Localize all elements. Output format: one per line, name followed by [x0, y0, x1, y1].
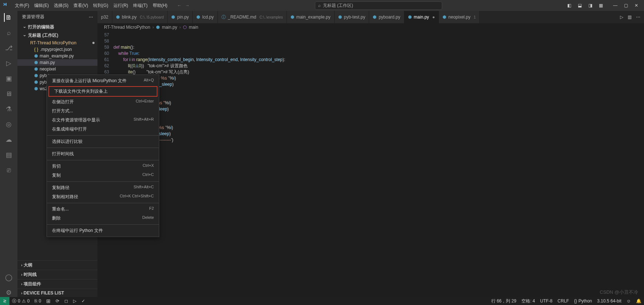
menu-help[interactable]: 帮助(H)	[150, 1, 170, 10]
context-menu-item[interactable]: 下载该文件/文件夹到设备上	[48, 86, 157, 97]
run-file-icon[interactable]: ▷	[620, 15, 623, 20]
editor-tab[interactable]: ⬢blink.pyC:\..\5.pyboard	[112, 11, 168, 23]
status-no-device[interactable]: ⊞	[44, 298, 53, 304]
nav-back-icon[interactable]: ←	[177, 3, 181, 8]
layout-left-icon[interactable]: ◧	[567, 3, 571, 8]
outline-section[interactable]: › 大纲	[17, 260, 97, 270]
layout-custom-icon[interactable]: ▦	[599, 3, 603, 8]
context-menu-item[interactable]: 打开方式...	[47, 107, 159, 116]
menu-go[interactable]: 转到(G)	[91, 1, 111, 10]
crumb-folder[interactable]: RT-Thread MicroPython	[104, 25, 150, 30]
menu-view[interactable]: 查看(V)	[71, 1, 91, 10]
editor-tab[interactable]: p32	[97, 11, 112, 23]
status-sync[interactable]: ⟳	[53, 298, 62, 304]
context-menu-item[interactable]: 直接在设备上运行该 MicroPython 文件Alt+Q	[47, 76, 159, 85]
status-stop[interactable]: ◻	[62, 298, 71, 304]
context-menu-item[interactable]: 剪切Ctrl+X	[47, 162, 159, 171]
file-row[interactable]: ⬢main.py	[17, 59, 97, 66]
status-eol[interactable]: CRLF	[555, 298, 571, 304]
notes-icon[interactable]: ▤	[4, 151, 13, 159]
run-debug-icon[interactable]: ▷	[4, 59, 13, 68]
accounts-icon[interactable]: ◯	[4, 273, 13, 282]
status-run[interactable]: ▷	[71, 298, 79, 304]
menu-edit[interactable]: 编辑(E)	[32, 1, 51, 10]
code-editor[interactable]: 5758596061626364656667686970717273747576…	[97, 31, 644, 297]
context-menu-item[interactable]: 在集成终端中打开	[47, 125, 159, 134]
explorer-icon[interactable]: 🗎	[4, 13, 13, 22]
status-bell-icon[interactable]: 🔔	[633, 298, 644, 304]
layout-bottom-icon[interactable]: ⬓	[578, 3, 582, 8]
breadcrumbs[interactable]: RT-Thread MicroPython› ⬢main.py› ⬡main	[97, 23, 644, 31]
context-menu-item[interactable]: 在侧边打开Ctrl+Enter	[47, 97, 159, 107]
status-ports[interactable]: ⎘ 0	[32, 298, 44, 304]
device-files-section[interactable]: › DEVICE FILES LIST	[17, 289, 97, 297]
file-row[interactable]: ⬢neopixel	[17, 66, 97, 72]
status-problems[interactable]: ⓧ 0 ⚠ 0	[9, 298, 32, 304]
menu-item-shortcut: Delete	[142, 215, 154, 221]
menu-terminal[interactable]: 终端(T)	[131, 1, 150, 10]
vscode-logo-icon	[3, 2, 9, 9]
extensions-icon[interactable]: ▣	[4, 74, 13, 83]
remote-indicator[interactable]: ≷	[0, 297, 9, 305]
serial-icon[interactable]: ◎	[4, 120, 13, 129]
more-actions-icon[interactable]: ⋯	[636, 15, 640, 20]
split-editor-icon[interactable]: ▥	[628, 15, 632, 20]
editor-tab[interactable]: ⬢main_example.py	[287, 11, 335, 23]
file-name: main_example.py	[40, 53, 74, 59]
project-components-section[interactable]: › 项目组件	[17, 279, 97, 289]
remote-explorer-icon[interactable]: 🖥	[4, 89, 13, 98]
device-icon[interactable]: ⎚	[4, 166, 13, 174]
menu-file[interactable]: 文件(F)	[12, 1, 32, 10]
command-center[interactable]: ⌕ 无标题 (工作区)	[315, 1, 442, 10]
more-icon[interactable]: ⋯	[89, 15, 93, 20]
status-encoding[interactable]: UTF-8	[537, 298, 555, 304]
menu-run[interactable]: 运行(R)	[111, 1, 131, 10]
dirty-dot-icon[interactable]: ●	[432, 15, 435, 20]
context-menu-item[interactable]: 复制路径Shift+Alt+C	[47, 183, 159, 192]
crumb-symbol[interactable]: main	[189, 25, 198, 30]
status-interpreter[interactable]: 3.10.5 64-bit	[595, 298, 624, 304]
docker-icon[interactable]: ☁	[4, 135, 13, 144]
window-minimize-icon[interactable]: —	[613, 3, 617, 8]
tab-label: pin.py	[177, 15, 189, 20]
context-menu-item[interactable]: 在终端中运行 Python 文件	[47, 226, 159, 235]
window-close-icon[interactable]: ✕	[635, 3, 638, 8]
status-feedback-icon[interactable]: ☺	[624, 298, 633, 304]
crumb-file[interactable]: main.py	[162, 25, 177, 30]
context-menu-item[interactable]: 选择以进行比较	[47, 137, 159, 146]
editor-tab[interactable]: ⬢lcd.py	[193, 11, 217, 23]
context-menu-item[interactable]: 复制相对路径Ctrl+K Ctrl+Shift+C	[47, 192, 159, 201]
context-menu-item[interactable]: 在文件资源管理器中显示Shift+Alt+R	[47, 116, 159, 125]
search-icon[interactable]: ⌕	[4, 28, 13, 37]
context-menu-item[interactable]: 复制Ctrl+C	[47, 171, 159, 180]
status-spaces[interactable]: 空格: 4	[519, 298, 537, 304]
editor-tab[interactable]: ⬢neopixel.py1	[439, 11, 480, 23]
menu-selection[interactable]: 选择(S)	[51, 1, 71, 10]
context-menu-item[interactable]: 重命名...F2	[47, 205, 159, 214]
status-language[interactable]: {} Python	[572, 298, 595, 304]
status-cursor[interactable]: 行 66，列 29	[489, 298, 519, 304]
context-menu-item[interactable]: 删除Delete	[47, 214, 159, 223]
file-row[interactable]: ⬢main_example.py	[17, 53, 97, 59]
nav-forward-icon[interactable]: →	[185, 3, 189, 8]
editor-tab[interactable]: ⬢pin.py	[168, 11, 193, 23]
settings-gear-icon[interactable]: ⚙	[4, 288, 13, 297]
testing-icon[interactable]: ⚗	[4, 105, 13, 113]
window-maximize-icon[interactable]: ▢	[624, 3, 628, 8]
open-editors-section[interactable]: 打开的编辑器	[17, 23, 97, 31]
folder-root[interactable]: RT-Thread MicroPython	[17, 40, 97, 46]
timeline-label: 时间线	[24, 272, 37, 277]
editor-tab[interactable]: ⬢pyb-test.py	[335, 11, 369, 23]
context-menu-item[interactable]: 打开时间线	[47, 149, 159, 158]
editor-tab[interactable]: ⬢pyboard.py	[369, 11, 404, 23]
timeline-section[interactable]: › 时间线	[17, 270, 97, 279]
tab-label: lcd.py	[202, 15, 213, 20]
layout-right-icon[interactable]: ◨	[588, 3, 592, 8]
minimap[interactable]	[604, 31, 644, 297]
status-check[interactable]: ✓	[79, 298, 88, 304]
editor-tab[interactable]: ⬢main.py●	[404, 11, 439, 23]
editor-tab[interactable]: ⓘ_README.mdC:\..\examples	[218, 11, 287, 23]
file-row[interactable]: { }.mpyproject.json	[17, 46, 97, 53]
workspace-section[interactable]: 无标题 (工作区)	[17, 31, 97, 40]
source-control-icon[interactable]: ⎇	[4, 44, 13, 52]
